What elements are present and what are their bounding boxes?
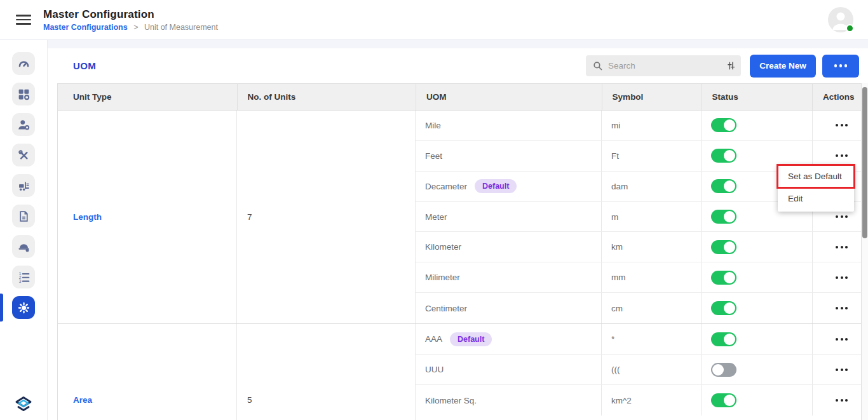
actions-cell — [813, 111, 861, 140]
context-menu-item-edit[interactable]: Edit — [778, 187, 854, 210]
symbol-cell: * — [602, 324, 702, 354]
symbol-cell: mi — [602, 111, 702, 140]
status-cell — [702, 293, 813, 323]
sidebar-item-dashboard[interactable] — [12, 52, 35, 75]
toggle-knob — [724, 302, 735, 314]
create-new-button[interactable]: Create New — [750, 55, 816, 78]
uom-cell: Milimeter — [416, 262, 602, 292]
dashboard-gauge-icon — [17, 57, 31, 71]
status-toggle[interactable] — [711, 332, 736, 346]
scrollbar-thumb[interactable] — [862, 87, 867, 238]
toggle-knob — [724, 180, 735, 192]
uom-name: Centimeter — [425, 304, 467, 313]
search-input[interactable] — [608, 61, 721, 71]
unit-type-link[interactable]: Length — [73, 212, 102, 222]
column-header-actions: Actions — [813, 84, 861, 110]
status-cell — [702, 324, 813, 354]
row-actions-button[interactable] — [834, 124, 848, 126]
context-menu-item-set-as-default[interactable]: Set as Default — [778, 165, 854, 187]
toggle-knob — [724, 211, 735, 222]
uom-table: Unit TypeNo. of UnitsUOMSymbolStatusActi… — [57, 83, 862, 420]
uom-cell: Feet — [416, 141, 602, 171]
status-toggle[interactable] — [711, 210, 736, 224]
symbol-cell: mm — [602, 262, 702, 292]
toolbar: UOM Create New — [48, 48, 868, 83]
sidebar-item-lists[interactable]: 123 — [12, 266, 35, 288]
row-actions-button[interactable] — [834, 246, 848, 248]
uom-name: Decameter — [425, 182, 467, 191]
toggle-knob — [724, 272, 735, 283]
sidebar-item-documents[interactable] — [12, 205, 35, 227]
settings-gear-icon — [17, 301, 31, 315]
row-actions-button[interactable] — [834, 338, 848, 341]
breadcrumb-link[interactable]: Master Configurations — [43, 23, 128, 32]
sidebar-item-tools[interactable] — [12, 144, 35, 166]
unit-count-cell: 7 — [237, 111, 416, 323]
actions-cell — [813, 293, 861, 323]
status-toggle[interactable] — [711, 118, 736, 132]
table-header-row: Unit TypeNo. of UnitsUOMSymbolStatusActi… — [58, 84, 861, 111]
status-toggle[interactable] — [711, 240, 736, 254]
symbol-cell: dam — [602, 172, 702, 201]
table-row: Milemi — [416, 111, 861, 141]
uom-name: Meter — [425, 212, 447, 222]
status-cell — [702, 111, 813, 140]
actions-cell — [813, 262, 861, 292]
uom-name: Feet — [425, 151, 442, 161]
worker-helmet-icon — [17, 240, 31, 254]
section-title: UOM — [73, 60, 96, 71]
toggle-knob — [724, 395, 735, 406]
hamburger-menu-icon[interactable] — [16, 15, 31, 25]
unit-type-cell: Area — [58, 324, 237, 420]
filter-tune-icon[interactable] — [726, 60, 736, 71]
row-actions-button[interactable] — [834, 307, 848, 309]
table-body: Length7MilemiFeetFtDecameterDefaultdamMe… — [58, 111, 861, 420]
table-row: Kilometer Sq.km^2 — [416, 385, 861, 416]
unit-type-link[interactable]: Area — [73, 395, 92, 405]
row-context-menu: Set as DefaultEdit — [778, 165, 854, 212]
toggle-knob — [724, 119, 735, 131]
more-options-button[interactable] — [822, 55, 859, 78]
unit-type-group: Area5AAADefault*UUU(((Kilometer Sq.km^2 — [58, 324, 861, 420]
status-toggle[interactable] — [711, 149, 736, 163]
row-actions-button[interactable] — [834, 276, 848, 279]
unit-type-cell: Length — [58, 111, 237, 323]
symbol-cell: km^2 — [602, 385, 702, 416]
status-toggle[interactable] — [711, 271, 736, 285]
sidebar-item-user-admin[interactable] — [12, 113, 35, 136]
status-cell — [702, 262, 813, 292]
row-actions-button[interactable] — [834, 154, 848, 157]
status-toggle[interactable] — [711, 179, 736, 193]
column-header-status: Status — [702, 84, 813, 110]
toggle-knob — [724, 241, 735, 253]
uom-name: Mile — [425, 121, 441, 130]
user-avatar[interactable] — [828, 7, 853, 32]
online-status-dot — [846, 24, 854, 32]
symbol-cell: cm — [602, 293, 702, 323]
status-toggle[interactable] — [711, 301, 736, 315]
sidebar-item-settings[interactable] — [12, 296, 35, 319]
status-toggle[interactable] — [711, 393, 736, 407]
symbol-cell: m — [602, 202, 702, 232]
page-title: Master Configuration — [43, 8, 218, 21]
vertical-scrollbar[interactable] — [862, 83, 868, 420]
table-row: Milimetermm — [416, 262, 861, 293]
row-actions-button[interactable] — [834, 399, 848, 402]
status-cell — [702, 232, 813, 262]
row-actions-button[interactable] — [834, 215, 848, 218]
uom-name: Milimeter — [425, 273, 460, 282]
user-settings-icon — [17, 118, 31, 132]
forklift-icon — [17, 179, 31, 193]
sidebar-item-modules[interactable] — [12, 83, 35, 105]
uom-name: AAA — [425, 334, 442, 344]
sidebar: 123 — [0, 40, 48, 420]
sidebar-item-forklift[interactable] — [12, 174, 35, 197]
status-cell — [702, 355, 813, 384]
sidebar-item-workers[interactable] — [12, 235, 35, 258]
actions-cell — [813, 385, 861, 416]
row-actions-button[interactable] — [834, 369, 848, 371]
column-header-unit-type: Unit Type — [58, 84, 238, 110]
status-toggle[interactable] — [711, 363, 736, 377]
document-icon — [17, 210, 31, 223]
status-cell — [702, 385, 813, 416]
